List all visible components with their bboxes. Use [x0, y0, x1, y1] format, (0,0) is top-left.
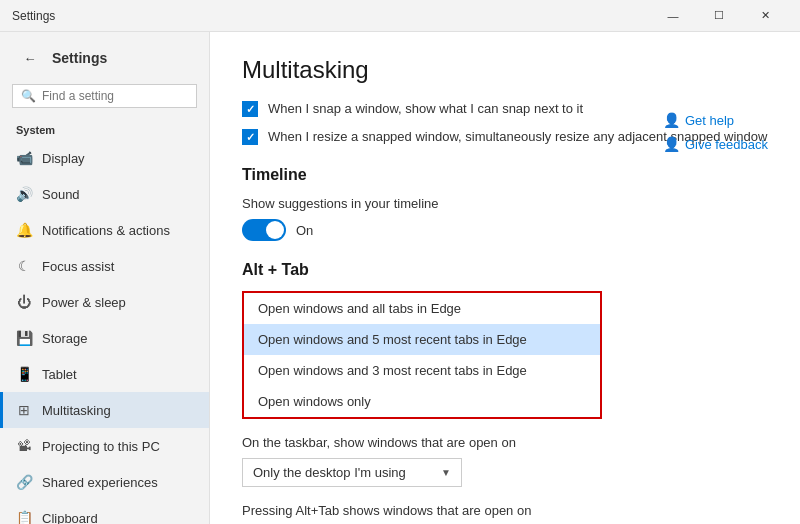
timeline-sublabel: Show suggestions in your timeline — [242, 196, 768, 211]
maximize-button[interactable]: ☐ — [696, 0, 742, 32]
storage-icon: 💾 — [16, 330, 32, 346]
sidebar-item-label: Tablet — [42, 367, 77, 382]
sound-icon: 🔊 — [16, 186, 32, 202]
app-body: ← Settings 🔍 System 📹 Display 🔊 Sound 🔔 … — [0, 32, 800, 524]
sidebar-item-multitasking[interactable]: ⊞ Multitasking — [0, 392, 209, 428]
sidebar-item-label: Sound — [42, 187, 80, 202]
snap-text-1: When I snap a window, show what I can sn… — [268, 100, 583, 118]
taskbar-dropdown-value: Only the desktop I'm using — [253, 465, 406, 480]
snap-checkbox-2[interactable] — [242, 129, 258, 145]
help-icon: 👤 — [663, 112, 679, 128]
sidebar-item-focus-assist[interactable]: ☾ Focus assist — [0, 248, 209, 284]
timeline-toggle-row: On — [242, 219, 768, 241]
taskbar-dropdown-arrow: ▼ — [441, 467, 451, 478]
sidebar-item-label: Multitasking — [42, 403, 111, 418]
sidebar-item-display[interactable]: 📹 Display — [0, 140, 209, 176]
get-help-link[interactable]: 👤 Get help — [663, 112, 768, 128]
sidebar-item-label: Notifications & actions — [42, 223, 170, 238]
timeline-section-title: Timeline — [242, 166, 768, 184]
display-icon: 📹 — [16, 150, 32, 166]
get-help-text: Get help — [685, 113, 734, 128]
sidebar-item-label: Power & sleep — [42, 295, 126, 310]
right-panel: 👤 Get help 👤 Give feedback — [663, 112, 768, 152]
sidebar-header: ← Settings — [0, 32, 209, 80]
shared-icon: 🔗 — [16, 474, 32, 490]
back-button[interactable]: ← — [16, 44, 44, 72]
page-title: Multitasking — [242, 56, 768, 84]
alttab-option-3[interactable]: Open windows and 3 most recent tabs in E… — [244, 355, 600, 386]
sidebar-item-label: Projecting to this PC — [42, 439, 160, 454]
feedback-icon: 👤 — [663, 136, 679, 152]
timeline-toggle[interactable] — [242, 219, 286, 241]
alttab-section-title: Alt + Tab — [242, 261, 768, 279]
power-icon: ⏻ — [16, 294, 32, 310]
content-area: Multitasking When I snap a window, show … — [210, 32, 800, 524]
alttab-option-4[interactable]: Open windows only — [244, 386, 600, 417]
give-feedback-link[interactable]: 👤 Give feedback — [663, 136, 768, 152]
titlebar-controls: — ☐ ✕ — [650, 0, 788, 32]
sidebar-item-label: Shared experiences — [42, 475, 158, 490]
sidebar-item-label: Clipboard — [42, 511, 98, 525]
notifications-icon: 🔔 — [16, 222, 32, 238]
alttab-option-2[interactable]: Open windows and 5 most recent tabs in E… — [244, 324, 600, 355]
multitasking-icon: ⊞ — [16, 402, 32, 418]
sidebar-item-clipboard[interactable]: 📋 Clipboard — [0, 500, 209, 524]
sidebar-item-notifications[interactable]: 🔔 Notifications & actions — [0, 212, 209, 248]
give-feedback-text: Give feedback — [685, 137, 768, 152]
sidebar-item-projecting[interactable]: 📽 Projecting to this PC — [0, 428, 209, 464]
projecting-icon: 📽 — [16, 438, 32, 454]
sidebar-item-power-sleep[interactable]: ⏻ Power & sleep — [0, 284, 209, 320]
sidebar-item-sound[interactable]: 🔊 Sound — [0, 176, 209, 212]
search-icon: 🔍 — [21, 89, 36, 103]
sidebar-section-label: System — [0, 116, 209, 140]
sidebar-app-title: Settings — [52, 50, 107, 66]
minimize-button[interactable]: — — [650, 0, 696, 32]
alttab-shows-label: Pressing Alt+Tab shows windows that are … — [242, 503, 768, 518]
sidebar: ← Settings 🔍 System 📹 Display 🔊 Sound 🔔 … — [0, 32, 210, 524]
tablet-icon: 📱 — [16, 366, 32, 382]
alttab-dropdown-list: Open windows and all tabs in Edge Open w… — [242, 291, 602, 419]
toggle-state-label: On — [296, 223, 313, 238]
snap-checkbox-1[interactable] — [242, 101, 258, 117]
clipboard-icon: 📋 — [16, 510, 32, 524]
focus-icon: ☾ — [16, 258, 32, 274]
search-input[interactable] — [42, 89, 192, 103]
sidebar-item-label: Focus assist — [42, 259, 114, 274]
titlebar: Settings — ☐ ✕ — [0, 0, 800, 32]
sidebar-item-label: Storage — [42, 331, 88, 346]
sidebar-item-label: Display — [42, 151, 85, 166]
taskbar-label: On the taskbar, show windows that are op… — [242, 435, 768, 450]
sidebar-item-tablet[interactable]: 📱 Tablet — [0, 356, 209, 392]
alttab-option-1[interactable]: Open windows and all tabs in Edge — [244, 293, 600, 324]
search-box[interactable]: 🔍 — [12, 84, 197, 108]
taskbar-dropdown[interactable]: Only the desktop I'm using ▼ — [242, 458, 462, 487]
sidebar-item-storage[interactable]: 💾 Storage — [0, 320, 209, 356]
close-button[interactable]: ✕ — [742, 0, 788, 32]
titlebar-title: Settings — [12, 9, 650, 23]
sidebar-item-shared-experiences[interactable]: 🔗 Shared experiences — [0, 464, 209, 500]
